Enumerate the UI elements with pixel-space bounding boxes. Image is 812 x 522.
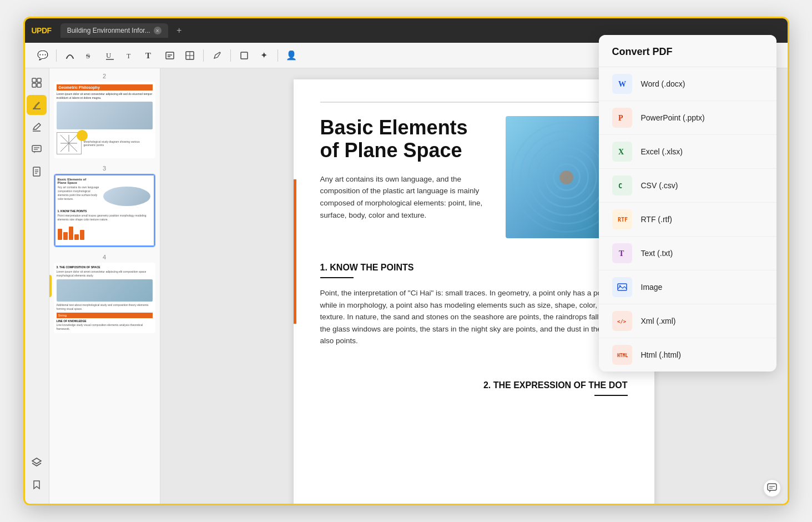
- comment-icon[interactable]: 💬: [34, 47, 52, 64]
- thumbnail-page-2[interactable]: 2 Geometric Philosophy Lorem ipsum dolor…: [54, 73, 155, 158]
- convert-panel-title: Convert PDF: [612, 46, 673, 57]
- word-option[interactable]: W Word (.docx): [599, 67, 776, 101]
- svg-rect-14: [32, 83, 36, 87]
- word-label: Word (.docx): [641, 79, 685, 88]
- svg-text:T: T: [127, 52, 131, 60]
- svg-rect-12: [32, 78, 36, 82]
- section2-title: 2. THE EXPRESSION OF THE DOT: [483, 380, 628, 390]
- svg-text:U: U: [106, 51, 112, 59]
- image-label: Image: [641, 283, 663, 292]
- section1-underline: [320, 277, 354, 278]
- section2-area: 2. THE EXPRESSION OF THE DOT: [320, 365, 628, 405]
- html-label: Html (.html): [641, 350, 681, 359]
- svg-rect-5: [166, 52, 174, 59]
- svg-rect-15: [37, 83, 41, 87]
- document-tab[interactable]: Building Environment Infor... ×: [60, 23, 168, 38]
- svg-text:RTF: RTF: [618, 217, 628, 223]
- html-option[interactable]: HTML Html (.html): [599, 338, 776, 372]
- powerpoint-label: PowerPoint (.pptx): [641, 113, 705, 122]
- thumb-image-4: 3. THE COMPOSITION OF SPACE Lorem ipsum …: [54, 263, 155, 333]
- powerpoint-icon: P: [612, 108, 632, 128]
- app-window: UPDF Building Environment Infor... × + 💬…: [23, 17, 789, 505]
- convert-panel-header: Convert PDF: [599, 35, 776, 67]
- powerpoint-option[interactable]: P PowerPoint (.pptx): [599, 101, 776, 135]
- text-option[interactable]: T Text (.txt): [599, 237, 776, 270]
- rtf-label: RTF (.rtf): [641, 215, 673, 224]
- xml-label: Xml (.xml): [641, 317, 676, 325]
- text-label: Text (.txt): [641, 249, 673, 258]
- toolbar-divider-1: [56, 49, 57, 62]
- svg-text:HTML: HTML: [617, 353, 628, 358]
- layers-sidebar-icon[interactable]: [27, 453, 47, 473]
- bookmark-sidebar-icon[interactable]: [27, 475, 47, 495]
- page4-content: 3. THE COMPOSITION OF SPACE Lorem ipsum …: [54, 263, 155, 333]
- image-icon: [612, 277, 632, 297]
- left-sidebar: [25, 68, 49, 504]
- text-small-icon[interactable]: T: [121, 47, 139, 64]
- thumbnail-panel: 2 Geometric Philosophy Lorem ipsum dolor…: [49, 68, 160, 504]
- excel-option[interactable]: X Excel (.xlsx): [599, 135, 776, 169]
- shape-icon[interactable]: [235, 47, 253, 64]
- pdf-content-area: Basic Elements of Plane Space Any art co…: [320, 116, 628, 247]
- toolbar-divider-4: [278, 49, 278, 62]
- convert-pdf-panel: Convert PDF W Word (.docx) P PowerPoint …: [599, 35, 776, 372]
- page-number-4: 4: [54, 254, 155, 260]
- page-number-2: 2: [54, 73, 155, 79]
- chat-button[interactable]: [763, 479, 781, 497]
- thumb-image-2: Geometric Philosophy Lorem ipsum dolor s…: [54, 82, 155, 158]
- svg-text:C: C: [618, 182, 622, 190]
- tab-close-button[interactable]: ×: [154, 27, 162, 34]
- thumb-image-3: Basic Elements ofPlane Space Any art con…: [54, 174, 155, 247]
- text-box-icon[interactable]: [161, 47, 179, 64]
- toolbar-divider-2: [203, 49, 204, 62]
- comment-sidebar-icon[interactable]: [27, 139, 47, 159]
- tab-title: Building Environment Infor...: [67, 27, 150, 34]
- highlight-tool-sidebar-icon[interactable]: [27, 95, 47, 115]
- thumb-orange-bar-4: String: [57, 313, 153, 318]
- thumbnail-sidebar-icon[interactable]: [27, 73, 47, 93]
- xml-icon: </>: [612, 311, 632, 331]
- svg-text:</>: </>: [617, 319, 627, 324]
- thumb-image-placeholder-2: [57, 102, 153, 129]
- page3-content: Basic Elements ofPlane Space Any art con…: [54, 174, 155, 247]
- section2-underline: [594, 395, 628, 396]
- excel-icon: X: [612, 142, 632, 162]
- svg-rect-11: [241, 52, 248, 59]
- svg-rect-48: [768, 484, 776, 490]
- svg-rect-13: [37, 78, 41, 82]
- new-tab-button[interactable]: +: [173, 24, 186, 37]
- table-icon[interactable]: [181, 47, 199, 64]
- rtf-option[interactable]: RTF RTF (.rtf): [599, 203, 776, 237]
- underline-icon[interactable]: U: [101, 47, 119, 64]
- section1-title: 1. KNOW THE POINTS: [320, 263, 628, 273]
- pages-sidebar-icon[interactable]: [27, 162, 47, 182]
- svg-text:T: T: [145, 51, 151, 60]
- csv-icon: C: [612, 175, 632, 195]
- csv-label: CSV (.csv): [641, 181, 678, 190]
- edit-sidebar-icon[interactable]: [27, 117, 47, 137]
- thumb-bars: [58, 223, 152, 240]
- thumbnail-page-3[interactable]: 3 Basic Elements ofPlane Space Any art c…: [54, 165, 155, 247]
- excel-label: Excel (.xlsx): [641, 147, 683, 156]
- csv-option[interactable]: C CSV (.csv): [599, 169, 776, 203]
- sidebar-bottom-icons: [27, 453, 47, 499]
- accent-bar: [294, 179, 296, 324]
- thumb-body-2: Lorem ipsum dolor sit amet consectetur a…: [57, 92, 153, 100]
- html-icon: HTML: [612, 345, 632, 365]
- strikethrough-icon[interactable]: S: [81, 47, 99, 64]
- star-icon[interactable]: ✦: [255, 47, 273, 64]
- section1-text: Point, the interpretation of "Ci Hai" is…: [320, 287, 628, 347]
- user-icon[interactable]: 👤: [283, 47, 300, 64]
- arc-icon[interactable]: [61, 47, 79, 64]
- thumb-title-3: Basic Elements ofPlane Space: [58, 178, 152, 184]
- thumb-header-2: Geometric Philosophy: [57, 84, 153, 91]
- image-option[interactable]: Image: [599, 270, 776, 304]
- app-logo: UPDF: [32, 26, 52, 35]
- pen-icon[interactable]: [208, 47, 226, 64]
- text-large-icon[interactable]: T: [141, 47, 159, 64]
- svg-text:P: P: [618, 114, 623, 122]
- thumb-circle-img: [103, 187, 150, 206]
- xml-option[interactable]: </> Xml (.xml): [599, 304, 776, 338]
- text-icon-convert: T: [612, 243, 632, 263]
- thumbnail-page-4[interactable]: 4 3. THE COMPOSITION OF SPACE Lorem ipsu…: [54, 254, 155, 333]
